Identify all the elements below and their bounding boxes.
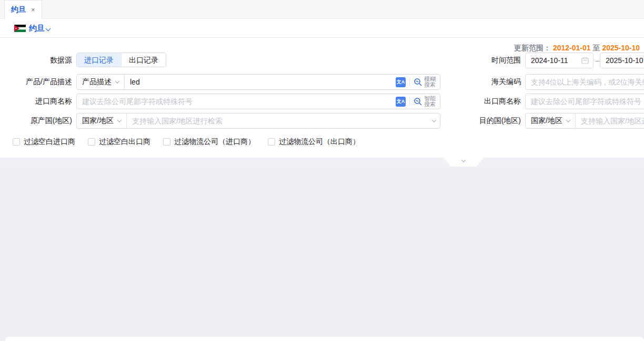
time-range-end-input[interactable]	[600, 56, 644, 65]
chevron-down-icon	[115, 79, 119, 83]
filter-logistics-exporter-checkbox[interactable]: 过滤物流公司（出口商）	[268, 137, 360, 147]
chevron-down-icon	[566, 118, 570, 122]
form-collapse-band	[0, 158, 644, 167]
exporter-field	[525, 94, 644, 109]
exporter-input[interactable]	[526, 97, 644, 106]
update-range-label: 更新范围：	[514, 44, 551, 52]
fuzzy-search-button[interactable]: 模糊搜索	[414, 76, 436, 88]
checkbox-icon[interactable]	[13, 138, 20, 146]
destination-selector-value: 国家/地区	[531, 116, 562, 126]
checkbox-label: 过滤空白进口商	[24, 137, 75, 147]
tab-title: 约旦	[11, 5, 26, 15]
origin-search-input[interactable]	[127, 117, 432, 125]
product-field-selector[interactable]: 产品描述	[77, 75, 125, 89]
chevron-down-icon[interactable]	[432, 118, 436, 122]
hs-code-input[interactable]	[526, 78, 644, 86]
search-icon	[414, 78, 422, 87]
checkbox-icon[interactable]	[163, 138, 170, 146]
checkbox-label: 过滤物流公司（出口商）	[279, 137, 360, 147]
results-background: 共匹配到250条记录 查看 日期 进口商名称 出口商名称 海关编码	[0, 167, 644, 341]
product-label: 产品/产品描述	[0, 74, 72, 89]
fuzzy-search-label: 模糊搜索	[424, 76, 436, 88]
collapse-toggle[interactable]	[444, 158, 484, 167]
origin-field-group: 国家/地区	[76, 113, 440, 129]
tab-jordan[interactable]: 约旦 ×	[4, 0, 42, 19]
checkbox-label: 过滤物流公司（进口商）	[174, 137, 255, 147]
hs-code-field	[525, 74, 644, 90]
time-range-start-input[interactable]	[526, 56, 581, 65]
filter-logistics-importer-checkbox[interactable]: 过滤物流公司（进口商）	[163, 137, 255, 147]
divider	[409, 97, 410, 106]
chevron-down-icon	[461, 158, 466, 162]
importer-input[interactable]	[77, 97, 396, 106]
export-records-button[interactable]: 出口记录	[121, 53, 166, 67]
data-source-label: 数据源	[0, 53, 72, 67]
checkbox-icon[interactable]	[268, 138, 275, 146]
search-icon	[414, 97, 422, 106]
data-source-toggle: 进口记录 出口记录	[76, 53, 166, 67]
destination-label: 目的国(地区)	[447, 113, 521, 128]
checkbox-label: 过滤空白出口商	[99, 137, 150, 147]
filter-blank-importer-checkbox[interactable]: 过滤空白进口商	[13, 137, 75, 147]
country-header: 约旦	[0, 19, 644, 38]
tab-bar: 约旦 ×	[0, 0, 644, 19]
filter-checkboxes: 过滤空白进口商 过滤空白出口商 过滤物流公司（进口商） 过滤物流公司（出口商）	[13, 137, 360, 147]
filter-form: 更新范围： 2012-01-01 至 2025-10-10 数据源 进口记录 出…	[0, 38, 644, 158]
filter-blank-exporter-checkbox[interactable]: 过滤空白出口商	[88, 137, 150, 147]
hs-code-label: 海关编码	[447, 74, 521, 89]
update-range-to: 至	[592, 44, 600, 52]
destination-search-input[interactable]	[576, 117, 644, 125]
update-range: 更新范围： 2012-01-01 至 2025-10-10	[452, 44, 640, 53]
destination-country-selector[interactable]: 国家/地区	[526, 113, 576, 128]
chevron-down-icon[interactable]	[46, 26, 51, 32]
time-range-label: 时间范围	[447, 53, 521, 67]
update-range-end: 2025-10-10	[602, 44, 640, 52]
divider	[409, 78, 410, 86]
import-records-button[interactable]: 进口记录	[77, 53, 121, 67]
tab-close-icon[interactable]: ×	[31, 6, 35, 14]
time-range-end-field	[600, 53, 644, 68]
origin-selector-value: 国家/地区	[82, 116, 114, 126]
country-name[interactable]: 约旦	[29, 24, 45, 34]
checkbox-icon[interactable]	[88, 138, 95, 146]
jordan-flag-icon	[14, 25, 26, 32]
product-search-input[interactable]	[125, 78, 396, 86]
origin-label: 原产国(地区)	[0, 113, 72, 128]
time-range-start-field	[525, 53, 593, 68]
translate-icon[interactable]: 文A	[396, 97, 406, 107]
calendar-icon[interactable]	[581, 57, 589, 64]
importer-label: 进口商名称	[0, 94, 72, 108]
smart-search-label: 智能搜索	[424, 96, 436, 107]
destination-field-group: 国家/地区	[525, 113, 644, 129]
results-card: 共匹配到250条记录 查看 日期 进口商名称 出口商名称 海关编码	[5, 337, 644, 341]
importer-field-group: 文A 智能搜索	[76, 94, 440, 109]
chevron-down-icon	[117, 118, 122, 122]
update-range-start: 2012-01-01	[553, 44, 591, 52]
product-field-group: 产品描述 文A 模糊搜索	[76, 74, 440, 90]
translate-icon[interactable]: 文A	[396, 77, 406, 87]
product-field-selector-value: 产品描述	[82, 77, 112, 87]
smart-search-button[interactable]: 智能搜索	[414, 96, 436, 107]
exporter-label: 出口商名称	[447, 94, 521, 108]
date-separator: –	[595, 56, 599, 65]
origin-country-selector[interactable]: 国家/地区	[77, 113, 127, 128]
